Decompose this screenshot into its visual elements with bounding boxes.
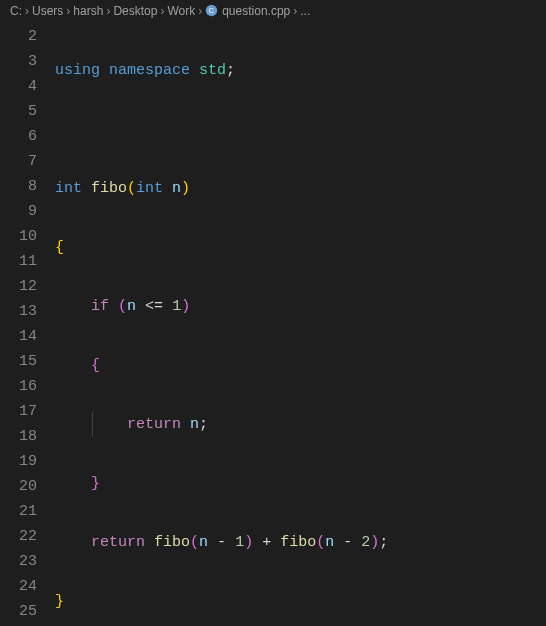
code-editor[interactable]: 2 3 4 5 6 7 8 9 10 11 12 13 14 15 16 17 … [0,22,546,626]
code-line[interactable] [55,117,546,142]
breadcrumb[interactable]: C: › Users › harsh › Desktop › Work › C … [0,0,546,22]
line-number: 6 [0,124,37,149]
code-line[interactable]: using namespace std; [55,58,546,83]
keyword: namespace [109,62,190,79]
paren: ) [370,534,379,551]
breadcrumb-seg[interactable]: question.cpp [222,4,290,18]
code-line[interactable]: { [55,353,546,378]
line-number: 5 [0,99,37,124]
line-number: 14 [0,324,37,349]
brace: { [55,239,64,256]
cpp-file-icon: C [205,4,218,17]
number: 1 [172,298,181,315]
breadcrumb-seg[interactable]: Desktop [113,4,157,18]
line-number: 11 [0,249,37,274]
chevron-right-icon: › [66,4,70,18]
line-number: 18 [0,424,37,449]
keyword: int [55,180,82,197]
var: n [127,298,136,315]
function: fibo [280,534,316,551]
paren: ( [127,180,136,197]
line-number: 12 [0,274,37,299]
number: 2 [361,534,370,551]
line-number: 24 [0,574,37,599]
line-number: 10 [0,224,37,249]
breadcrumb-seg[interactable]: Users [32,4,63,18]
line-number: 21 [0,499,37,524]
keyword: int [136,180,163,197]
brace: { [91,357,100,374]
chevron-right-icon: › [198,4,202,18]
line-number: 2 [0,24,37,49]
paren: ) [181,298,190,315]
paren: ( [190,534,199,551]
chevron-right-icon: › [160,4,164,18]
paren: ( [118,298,127,315]
var: n [199,534,208,551]
line-number-gutter: 2 3 4 5 6 7 8 9 10 11 12 13 14 15 16 17 … [0,22,55,626]
function: fibo [91,180,127,197]
breadcrumb-seg[interactable]: Work [167,4,195,18]
keyword: using [55,62,100,79]
breadcrumb-seg[interactable]: ... [300,4,310,18]
operator: - [217,534,226,551]
number: 1 [235,534,244,551]
keyword: if [91,298,109,315]
var: n [325,534,334,551]
keyword: return [127,416,181,433]
punct: ; [199,416,208,433]
svg-text:C: C [209,6,214,15]
paren: ) [181,180,190,197]
line-number: 15 [0,349,37,374]
code-area[interactable]: using namespace std; int fibo(int n) { i… [55,22,546,626]
punct: ; [379,534,388,551]
param: n [172,180,181,197]
function: fibo [154,534,190,551]
chevron-right-icon: › [106,4,110,18]
line-number: 7 [0,149,37,174]
punct: ; [226,62,235,79]
paren: ( [316,534,325,551]
code-line[interactable]: int fibo(int n) [55,176,546,201]
line-number: 23 [0,549,37,574]
line-number: 25 [0,599,37,624]
operator: - [343,534,352,551]
code-line[interactable]: if (n <= 1) [55,294,546,319]
identifier: std [199,62,226,79]
line-number: 4 [0,74,37,99]
line-number: 22 [0,524,37,549]
line-number: 17 [0,399,37,424]
paren: ) [244,534,253,551]
operator: <= [145,298,163,315]
brace: } [55,593,64,610]
line-number: 19 [0,449,37,474]
var: n [190,416,199,433]
code-line[interactable]: { [55,235,546,260]
line-number: 3 [0,49,37,74]
line-number: 16 [0,374,37,399]
line-number: 9 [0,199,37,224]
brace: } [91,475,100,492]
code-line[interactable]: return n; [55,412,546,437]
chevron-right-icon: › [25,4,29,18]
breadcrumb-seg[interactable]: harsh [73,4,103,18]
breadcrumb-seg[interactable]: C: [10,4,22,18]
code-line[interactable]: } [55,589,546,614]
chevron-right-icon: › [293,4,297,18]
operator: + [262,534,271,551]
line-number: 8 [0,174,37,199]
line-number: 20 [0,474,37,499]
line-number: 13 [0,299,37,324]
keyword: return [91,534,145,551]
code-line[interactable]: } [55,471,546,496]
code-line[interactable]: return fibo(n - 1) + fibo(n - 2); [55,530,546,555]
